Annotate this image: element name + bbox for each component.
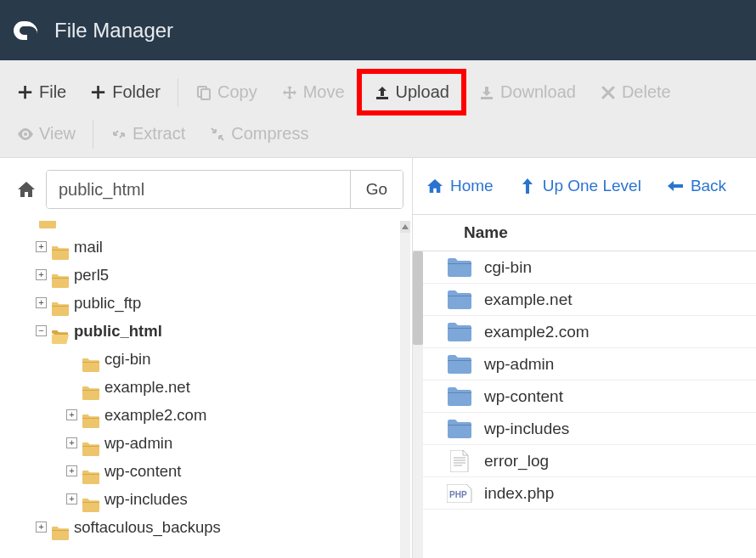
list-scroll-thumb[interactable] [413, 251, 423, 345]
tree-toggle-icon[interactable]: + [36, 241, 47, 252]
tree-node-label: wp-admin [103, 429, 172, 457]
tree-toggle-blank [66, 381, 77, 392]
app-title: File Manager [54, 19, 173, 42]
list-column-name[interactable]: Name [413, 214, 756, 251]
tree-toggle-icon[interactable]: + [66, 409, 77, 420]
nav-back-link[interactable]: Back [667, 177, 726, 195]
cpanel-logo-icon [12, 18, 42, 43]
tree-node[interactable]: example.net [0, 373, 412, 401]
scroll-up-icon[interactable] [400, 221, 410, 233]
toolbar-row-1: File Folder Copy Move Up [5, 69, 751, 116]
move-button[interactable]: Move [269, 74, 357, 110]
upload-icon [374, 84, 391, 101]
home-tree-button[interactable] [7, 170, 46, 209]
move-label: Move [303, 82, 345, 102]
extract-label: Extract [133, 124, 185, 144]
tree-node-label: softaculous_backups [72, 513, 221, 541]
tree-node-label: perl5 [72, 261, 109, 289]
file-row[interactable]: error_log [413, 445, 756, 477]
file-row[interactable]: wp-admin [413, 348, 756, 380]
tree-node[interactable]: +public_ftp [0, 289, 412, 317]
tree-toggle-icon[interactable]: + [36, 521, 47, 533]
folder-icon [82, 493, 99, 506]
new-folder-button[interactable]: Folder [78, 74, 172, 110]
plus-icon [17, 84, 34, 101]
tree-node[interactable]: +wp-admin [0, 429, 412, 457]
tree-toggle-icon[interactable]: − [36, 325, 47, 336]
plus-icon [90, 84, 107, 101]
nav-up-label: Up One Level [543, 177, 641, 195]
path-input[interactable] [47, 171, 350, 208]
svg-text:PHP: PHP [449, 490, 467, 499]
folder-icon [447, 256, 472, 279]
tree-toggle-icon[interactable]: + [66, 437, 77, 448]
file-icon [447, 450, 472, 472]
nav-up-link[interactable]: Up One Level [519, 177, 641, 195]
nav-links: Home Up One Level Back [413, 158, 756, 214]
view-button[interactable]: View [5, 116, 87, 152]
folder-tree[interactable]: logs+mail+perl5+public_ftp−public_htmlcg… [0, 221, 412, 541]
delete-icon [600, 84, 617, 101]
toolbar: File Folder Copy Move Up [0, 60, 756, 158]
download-icon [478, 84, 495, 101]
copy-button[interactable]: Copy [183, 74, 269, 110]
eye-icon [17, 126, 34, 143]
folder-icon [82, 465, 99, 478]
tree-toggle-icon[interactable]: + [66, 465, 77, 476]
file-row[interactable]: cgi-bin [413, 251, 756, 284]
nav-home-link[interactable]: Home [426, 177, 494, 195]
file-row[interactable]: PHPindex.php [413, 477, 756, 510]
file-row[interactable]: example.net [413, 284, 756, 316]
tree-node[interactable]: +mail [0, 233, 412, 261]
folder-icon [52, 296, 69, 310]
toolbar-separator [93, 120, 93, 149]
extract-icon [110, 126, 127, 143]
file-name: wp-content [484, 387, 563, 406]
list-scrollbar[interactable] [413, 251, 423, 558]
tree-node-truncated[interactable]: logs [0, 221, 412, 233]
folder-icon [82, 437, 99, 450]
extract-button[interactable]: Extract [99, 116, 197, 152]
file-name: index.php [484, 484, 554, 503]
tree-toggle-icon[interactable]: + [66, 493, 77, 504]
tree-toggle-icon[interactable]: + [36, 269, 47, 280]
tree-node[interactable]: −public_html [0, 317, 412, 345]
tree-node[interactable]: +wp-includes [0, 485, 412, 513]
compress-label: Compress [231, 124, 308, 144]
file-name: example2.com [484, 323, 590, 341]
file-name: error_log [484, 452, 549, 471]
folder-icon [52, 240, 69, 254]
tree-toggle-icon[interactable]: + [36, 297, 47, 308]
compress-button[interactable]: Compress [197, 116, 320, 152]
tree-node[interactable]: +example2.com [0, 401, 412, 429]
compress-icon [209, 126, 226, 143]
content-area: Go logs+mail+perl5+public_ftp−public_htm… [0, 158, 756, 558]
folder-icon [52, 324, 69, 338]
tree-scrollbar[interactable] [400, 221, 410, 558]
file-row[interactable]: wp-includes [413, 413, 756, 445]
new-file-button[interactable]: File [5, 74, 78, 110]
nav-home-label: Home [450, 177, 494, 195]
go-button[interactable]: Go [350, 171, 403, 208]
folder-icon [447, 418, 472, 440]
delete-label: Delete [622, 82, 671, 102]
tree-node[interactable]: +wp-content [0, 457, 412, 485]
tree-node[interactable]: +softaculous_backups [0, 513, 412, 541]
folder-icon [447, 321, 472, 343]
file-row[interactable]: wp-content [413, 380, 756, 413]
move-icon [281, 84, 298, 101]
download-button[interactable]: Download [466, 74, 588, 110]
tree-node-label: cgi-bin [103, 345, 151, 373]
file-row[interactable]: example2.com [413, 316, 756, 348]
tree-node-label: example2.com [103, 401, 206, 429]
tree-node[interactable]: cgi-bin [0, 345, 412, 373]
delete-button[interactable]: Delete [588, 74, 683, 110]
tree-node-label: public_ftp [72, 289, 141, 317]
svg-point-2 [24, 132, 27, 136]
folder-icon [447, 386, 472, 408]
tree-node[interactable]: +perl5 [0, 261, 412, 289]
upload-button[interactable]: Upload [362, 74, 461, 110]
tree-toggle-blank [66, 353, 77, 364]
path-input-group: Go [46, 170, 403, 209]
toolbar-separator [178, 78, 178, 107]
